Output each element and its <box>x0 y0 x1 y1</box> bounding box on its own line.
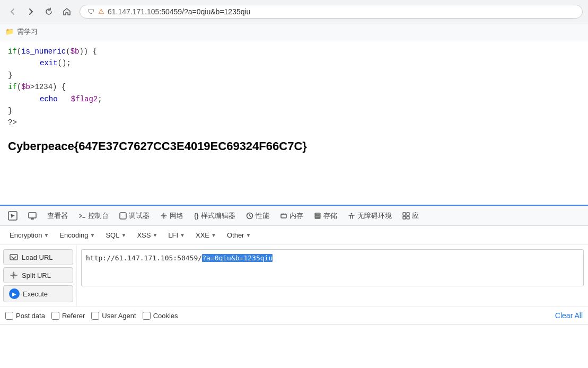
hackbar-footer: Post data Referer User Agent Cookies Cle… <box>0 306 588 324</box>
hackbar: Encryption ▼ Encoding ▼ SQL ▼ XSS ▼ LFI … <box>0 226 588 325</box>
svg-rect-7 <box>315 215 320 217</box>
split-url-icon <box>9 270 19 280</box>
load-url-button[interactable]: Load URL <box>3 249 73 265</box>
post-data-checkbox-group[interactable]: Post data <box>5 312 45 320</box>
style-icon: {} <box>194 212 199 220</box>
svg-point-9 <box>350 213 352 214</box>
address-bar[interactable]: 🛡 ⚠ 61.147.171.105:50459/?a=0qiu&b=1235q… <box>80 5 583 19</box>
sql-label: SQL <box>106 231 119 239</box>
svg-rect-8 <box>315 217 320 218</box>
network-label: 网络 <box>170 211 183 221</box>
code-line-3: } <box>8 69 580 81</box>
devtools-debugger[interactable]: 调试器 <box>114 208 155 224</box>
xxe-arrow: ▼ <box>211 232 216 238</box>
svg-rect-12 <box>403 216 406 219</box>
more-label: 应 <box>412 211 419 221</box>
split-url-label: Split URL <box>22 271 51 279</box>
user-agent-checkbox[interactable] <box>91 312 99 320</box>
encoding-label: Encoding <box>59 231 88 239</box>
code-line-6: } <box>8 105 580 117</box>
page-content: if(is_numeric($b)) { exit(); } if($b>123… <box>0 40 588 205</box>
devtools-toolbar: 查看器 控制台 调试器 网络 {} 样式编辑器 性能 内存 存储 无障碍环境 应 <box>0 205 588 226</box>
devtools-inspector[interactable]: 查看器 <box>42 208 73 224</box>
devtools-memory[interactable]: 内存 <box>275 208 309 224</box>
memory-label: 内存 <box>289 211 303 221</box>
hackbar-input-area: http://61.147.171.105:50459/?a=0qiu&b=12… <box>77 245 588 306</box>
svg-rect-2 <box>31 218 34 220</box>
devtools-inspector-icon[interactable] <box>3 208 23 224</box>
xss-label: XSS <box>137 231 151 239</box>
code-line-2: exit(); <box>8 57 580 69</box>
xss-arrow: ▼ <box>152 232 157 238</box>
bookmark-bar: 📁 需学习 <box>0 23 588 40</box>
address-text: 61.147.171.105:50459/?a=0qiu&b=1235qiu <box>108 7 250 16</box>
load-url-label: Load URL <box>22 253 53 261</box>
bookmark-label[interactable]: 需学习 <box>17 27 38 37</box>
browser-chrome: 🛡 ⚠ 61.147.171.105:50459/?a=0qiu&b=1235q… <box>0 0 588 23</box>
address-path: :50459/?a=0qiu&b=1235qiu <box>159 7 250 16</box>
back-button[interactable] <box>5 4 20 19</box>
devtools-style-editor[interactable]: {} 样式编辑器 <box>189 208 241 224</box>
code-line-5: echo $flag2; <box>8 93 580 105</box>
encryption-label: Encryption <box>10 231 42 239</box>
style-label: 样式编辑器 <box>201 211 235 221</box>
url-normal-part: http://61.147.171.105:50459/ <box>86 254 202 262</box>
other-arrow: ▼ <box>245 232 251 238</box>
home-button[interactable] <box>59 4 74 19</box>
svg-rect-1 <box>29 213 36 218</box>
user-agent-checkbox-group[interactable]: User Agent <box>91 312 136 320</box>
reload-button[interactable] <box>41 4 56 19</box>
warning-icon: ⚠ <box>98 7 104 15</box>
console-label: 控制台 <box>88 211 109 221</box>
user-agent-label: User Agent <box>102 312 136 320</box>
nav-buttons <box>5 4 74 19</box>
execute-icon: ▶ <box>9 288 20 299</box>
forward-button[interactable] <box>23 4 38 19</box>
hackbar-body: Load URL Split URL ▶ Execute http://61.1… <box>0 245 588 306</box>
encryption-arrow: ▼ <box>43 232 49 238</box>
address-host: 61.147.171.105 <box>108 7 159 16</box>
hackbar-actions: Load URL Split URL ▶ Execute <box>0 245 77 306</box>
flag-text: Cyberpeace{647E37C7627CC3E4019EC69324F66… <box>8 139 580 153</box>
devtools-responsive-icon[interactable] <box>23 208 42 223</box>
devtools-performance[interactable]: 性能 <box>241 208 275 224</box>
post-data-checkbox[interactable] <box>5 312 13 320</box>
menu-xss[interactable]: XSS ▼ <box>133 229 162 241</box>
lfi-label: LFI <box>168 231 178 239</box>
split-url-button[interactable]: Split URL <box>3 267 73 283</box>
clear-all-button[interactable]: Clear All <box>555 311 583 320</box>
cookies-checkbox[interactable] <box>143 312 151 320</box>
referer-checkbox-group[interactable]: Referer <box>51 312 85 320</box>
menu-encryption[interactable]: Encryption ▼ <box>5 229 53 241</box>
lfi-arrow: ▼ <box>180 232 185 238</box>
debugger-label: 调试器 <box>129 211 150 221</box>
menu-sql[interactable]: SQL ▼ <box>101 229 130 241</box>
cookies-checkbox-group[interactable]: Cookies <box>143 312 178 320</box>
execute-button[interactable]: ▶ Execute <box>3 285 73 302</box>
referer-checkbox[interactable] <box>51 312 59 320</box>
sql-arrow: ▼ <box>121 232 126 238</box>
devtools-storage[interactable]: 存储 <box>309 208 343 224</box>
devtools-console[interactable]: 控制台 <box>73 208 114 224</box>
svg-rect-11 <box>407 213 409 215</box>
code-line-4: if($b>1234) { <box>8 81 580 93</box>
referer-label: Referer <box>62 312 85 320</box>
menu-other[interactable]: Other ▼ <box>223 229 255 241</box>
menu-lfi[interactable]: LFI ▼ <box>164 229 189 241</box>
svg-rect-6 <box>315 213 320 215</box>
url-input[interactable]: http://61.147.171.105:50459/?a=0qiu&b=12… <box>81 249 584 286</box>
svg-rect-10 <box>403 213 406 215</box>
code-block: if(is_numeric($b)) { exit(); } if($b>123… <box>8 46 580 129</box>
menu-encoding[interactable]: Encoding ▼ <box>55 229 99 241</box>
encoding-arrow: ▼ <box>90 232 95 238</box>
menu-xxe[interactable]: XXE ▼ <box>191 229 221 241</box>
xxe-label: XXE <box>196 231 209 239</box>
svg-rect-5 <box>281 214 286 218</box>
devtools-network[interactable]: 网络 <box>155 208 189 224</box>
devtools-more[interactable]: 应 <box>397 208 424 224</box>
hackbar-menu: Encryption ▼ Encoding ▼ SQL ▼ XSS ▼ LFI … <box>0 226 588 245</box>
execute-label: Execute <box>23 290 48 298</box>
devtools-accessibility[interactable]: 无障碍环境 <box>343 208 397 224</box>
accessibility-label: 无障碍环境 <box>357 211 392 221</box>
shield-icon: 🛡 <box>87 7 95 16</box>
